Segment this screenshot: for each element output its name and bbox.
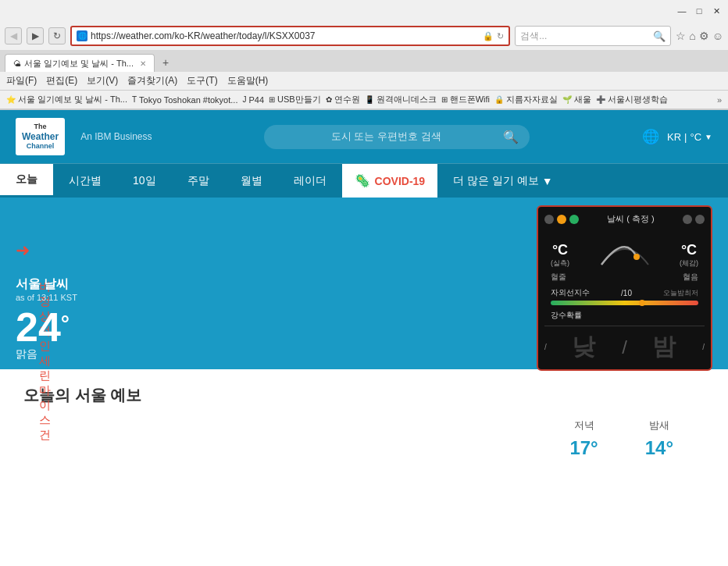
tab-more[interactable]: 더 많은 일기 예보 ▼ <box>437 164 569 198</box>
popup-close-btn[interactable] <box>544 215 554 224</box>
gear-icon[interactable]: ⚙ <box>699 30 709 42</box>
evening-label: 저녁 <box>569 418 598 433</box>
logo-line3: Channel <box>27 142 55 151</box>
popup-uv-label: 자외선지수 <box>551 287 590 298</box>
forward-button[interactable]: ▶ <box>27 27 44 44</box>
popup-max-btn[interactable] <box>569 215 579 224</box>
popup-feels-right: 혈음 <box>683 272 698 283</box>
weather-popup: 날씨 ( 측정 ) °C (실측) °C <box>537 205 712 371</box>
refresh-button[interactable]: ↻ <box>48 27 66 44</box>
bookmark-2[interactable]: J P44 <box>242 95 264 105</box>
header-search-placeholder: 도시 또는 우편번호 검색 <box>275 130 497 144</box>
popup-temp-actual: °C <box>551 242 569 258</box>
minimize-button[interactable]: — <box>676 5 687 16</box>
popup-settings-icon[interactable] <box>683 215 692 224</box>
popup-title-bar: 날씨 ( 측정 ) <box>544 213 705 225</box>
tab-close-button[interactable]: ✕ <box>140 59 146 68</box>
as-of: as of 13:11 KST <box>16 293 77 302</box>
bookmark-label-6: 핸드폰Wifi <box>450 94 490 105</box>
bookmark-icon-0: ⭐ <box>6 95 16 104</box>
new-tab-button[interactable]: + <box>156 53 175 72</box>
bookmark-8[interactable]: 🌱 새울 <box>562 94 591 105</box>
bookmarks-bar: ⭐ 서울 일기예보 및 날씨 - Th... T Tokyo Toshokan … <box>0 91 728 109</box>
face-icon[interactable]: ☺ <box>712 30 723 42</box>
star-icon[interactable]: ☆ <box>676 30 686 42</box>
tab-favicon: 🌤 <box>13 59 21 68</box>
popup-temp-actual-label: (실측) <box>551 258 569 269</box>
bookmark-5[interactable]: 📱 원격애니데스크 <box>365 94 437 105</box>
weather-channel-logo[interactable]: The Weather Channel <box>16 118 65 155</box>
home-icon[interactable]: ⌂ <box>689 30 695 42</box>
bookmark-3[interactable]: ⊞ USB만들기 <box>269 94 321 105</box>
unit-label: °C <box>691 131 702 143</box>
bookmark-label-5: 원격애니데스크 <box>376 94 437 105</box>
address-icons: 🔒 ↻ <box>483 31 504 41</box>
annotation-arrow-icon: ➜ <box>16 240 30 261</box>
menu-file[interactable]: 파일(F) <box>6 74 37 87</box>
menu-tools[interactable]: 도구(T) <box>187 74 217 87</box>
bookmark-icon-8: 🌱 <box>562 95 572 104</box>
header-search[interactable]: 도시 또는 우편번호 검색 🔍 <box>264 125 530 149</box>
bookmark-label-1: Tokyo Toshokan #tokyot... <box>139 95 237 105</box>
search-bar[interactable]: 검색... 🔍 <box>515 26 671 46</box>
bookmark-9[interactable]: ➕ 서울시평생학습 <box>596 94 668 105</box>
bookmark-1[interactable]: T Tokyo Toshokan #tokyot... <box>132 95 237 105</box>
tab-label: 서울 일기예보 및 날씨 - Th... <box>24 58 134 69</box>
back-button[interactable]: ◀ <box>5 27 22 44</box>
tab-10day[interactable]: 10일 <box>117 164 172 198</box>
bookmark-label-4: 연수원 <box>334 94 360 105</box>
title-bar: — □ ✕ <box>0 0 728 22</box>
tab-weekend[interactable]: 주말 <box>172 164 225 198</box>
popup-separator-right: / <box>702 343 705 351</box>
toolbar-icons: ☆ ⌂ ⚙ ☺ <box>676 30 723 42</box>
popup-extra-icon[interactable] <box>695 215 705 224</box>
menu-view[interactable]: 보기(V) <box>87 74 118 87</box>
maximize-button[interactable]: □ <box>694 5 705 16</box>
menu-bar: 파일(F) 편집(E) 보기(V) 즐겨찾기(A) 도구(T) 도움말(H) <box>0 72 728 91</box>
popup-separator-mid: / <box>622 336 627 358</box>
menu-help[interactable]: 도움말(H) <box>227 74 269 87</box>
current-temp: 24 <box>16 307 61 347</box>
bookmark-label-0: 서울 일기예보 및 날씨 - Th... <box>18 94 127 105</box>
city-name: 서울 날씨 <box>16 276 77 293</box>
weather-header: The Weather Channel An IBM Business 도시 또… <box>0 110 728 163</box>
tab-hourly[interactable]: 시간별 <box>53 164 117 198</box>
overnight-label: 밤새 <box>645 418 673 433</box>
bookmarks-more[interactable]: » <box>717 95 722 105</box>
address-text: https://weather.com/ko-KR/weather/today/… <box>91 30 480 41</box>
nav-tabs: 오늘 시간별 10일 주말 월별 레이더 🦠 COVID-19 더 많은 일기 … <box>0 163 728 198</box>
separator: | <box>684 131 687 143</box>
bookmark-6[interactable]: ⊞ 핸드폰Wifi <box>441 94 490 105</box>
logo-line1: The <box>34 123 47 131</box>
bookmark-icon-7: 🔒 <box>494 95 504 104</box>
covid-icon: 🦠 <box>355 173 370 188</box>
address-bar[interactable]: https://weather.com/ko-KR/weather/today/… <box>70 26 510 46</box>
forecast-evening: 저녁 17° <box>569 418 598 459</box>
tab-monthly[interactable]: 월별 <box>225 164 278 198</box>
bookmark-icon-1: T <box>132 95 137 104</box>
tab-covid[interactable]: 🦠 COVID-19 <box>342 164 438 198</box>
popup-temp-feels: °C <box>680 242 698 258</box>
popup-separator-left: / <box>544 343 547 351</box>
bookmark-label-9: 서울시평생학습 <box>608 94 668 105</box>
weather-site: The Weather Channel An IBM Business 도시 또… <box>0 110 728 475</box>
more-arrow-icon: ▼ <box>542 175 553 187</box>
lock-icon: 🔒 <box>483 31 494 41</box>
header-right: 🌐 KR | °C ▼ <box>642 128 712 145</box>
tab-weather[interactable]: 🌤 서울 일기예보 및 날씨 - Th... ✕ <box>5 54 155 72</box>
bookmark-0[interactable]: ⭐ 서울 일기예보 및 날씨 - Th... <box>6 94 127 105</box>
tab-radar[interactable]: 레이더 <box>278 164 342 198</box>
tab-today[interactable]: 오늘 <box>0 164 53 198</box>
menu-edit[interactable]: 편집(E) <box>46 74 77 87</box>
close-button[interactable]: ✕ <box>711 5 722 16</box>
overnight-temp: 14° <box>645 437 673 459</box>
ibm-label: An IBM Business <box>80 131 152 142</box>
favicon-icon <box>77 30 87 41</box>
bookmark-7[interactable]: 🔒 지름자자료실 <box>494 94 558 105</box>
covid-label: COVID-19 <box>375 175 426 187</box>
popup-min-btn[interactable] <box>557 215 566 224</box>
menu-favorites[interactable]: 즐겨찾기(A) <box>127 74 177 87</box>
bookmark-4[interactable]: ✿ 연수원 <box>326 94 360 105</box>
lang-label: KR <box>667 131 681 143</box>
evening-temp: 17° <box>569 437 598 459</box>
